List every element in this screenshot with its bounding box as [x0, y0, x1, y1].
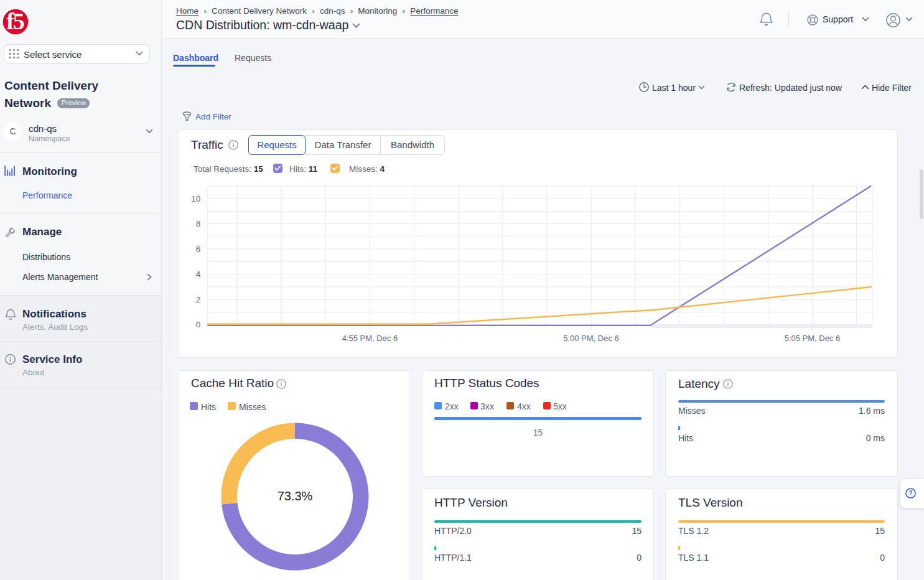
svg-text:5:00 PM, Dec 6: 5:00 PM, Dec 6: [563, 334, 619, 343]
svg-text:f5: f5: [6, 9, 24, 34]
svg-text:2: 2: [196, 295, 201, 304]
svg-text:?: ?: [908, 490, 912, 497]
svg-text:6: 6: [196, 245, 201, 254]
svg-text:4: 4: [196, 269, 201, 279]
svg-text:5:05 PM, Dec 6: 5:05 PM, Dec 6: [785, 334, 841, 343]
svg-text:8: 8: [196, 219, 201, 228]
svg-text:0: 0: [196, 320, 201, 329]
svg-text:4:55 PM, Dec 6: 4:55 PM, Dec 6: [342, 334, 398, 343]
svg-text:10: 10: [191, 194, 200, 203]
